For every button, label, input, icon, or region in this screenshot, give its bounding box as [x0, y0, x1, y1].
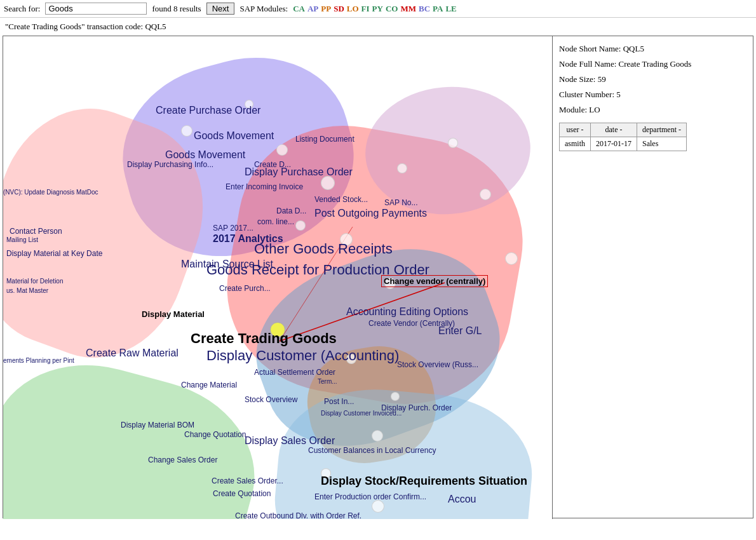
search-input[interactable] [45, 3, 147, 15]
module-le[interactable]: LE [445, 4, 456, 14]
cell-user: asmith [560, 137, 591, 151]
node-full-name-value: Create Trading Goods [619, 59, 692, 69]
info-panel: Node Short Name: QQL5 Node Full Name: Cr… [553, 36, 753, 518]
node-short-name-label: Node Short Name: [559, 44, 621, 53]
cell-department: Sales [637, 137, 687, 151]
search-label: Search for: [4, 4, 40, 14]
module-co[interactable]: CO [386, 4, 398, 14]
node-size-value: 59 [598, 74, 606, 84]
node-short-name-value: QQL5 [623, 44, 644, 53]
label-elements-planning: ements Planning per Pint [3, 357, 74, 364]
module-value: LO [589, 105, 600, 114]
table-row: asmith 2017-01-17 Sales [560, 137, 687, 151]
module-label: Module: [559, 105, 587, 114]
access-table: user - date - department - asmith 2017-0… [559, 123, 687, 151]
cluster-number-label: Cluster Number: [559, 90, 614, 99]
col-user: user - [560, 123, 591, 137]
module-mm[interactable]: MM [400, 4, 416, 14]
module-fi[interactable]: FI [361, 4, 370, 14]
module-pp[interactable]: PP [321, 4, 331, 14]
cell-date: 2017-01-17 [591, 137, 637, 151]
transaction-label: "Create Trading Goods" transaction code:… [5, 22, 166, 31]
node-size-label: Node Size: [559, 74, 595, 84]
module-lo[interactable]: LO [347, 4, 359, 14]
module-bc[interactable]: BC [419, 4, 430, 14]
module-pa[interactable]: PA [433, 4, 443, 14]
label-change-material: Change Material [181, 381, 237, 389]
module-py[interactable]: PY [372, 4, 383, 14]
module-ap[interactable]: AP [307, 4, 318, 14]
cluster-number-value: 5 [616, 90, 621, 99]
sap-modules-label: SAP Modules: [240, 4, 288, 14]
col-department: department - [637, 123, 687, 137]
col-date: date - [591, 123, 637, 137]
next-button[interactable]: Next [206, 3, 235, 15]
module-ca[interactable]: CA [293, 4, 305, 14]
found-text: found 8 results [152, 4, 201, 14]
node-full-name-label: Node Full Name: [559, 59, 616, 69]
visualization-canvas: Create Purchase Order Goods Movement Goo… [3, 36, 553, 519]
module-sd[interactable]: SD [334, 4, 344, 14]
modules-list: CA AP PP SD LO FI PY CO MM BC PA LE [293, 4, 457, 14]
